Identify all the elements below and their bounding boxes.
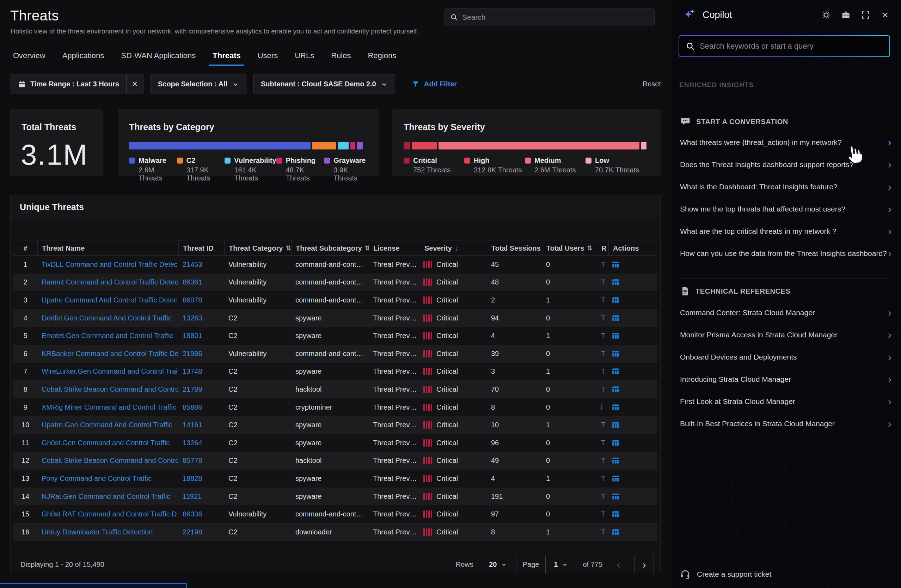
reference-item[interactable]: Built-In Best Practices in Strata Cloud … <box>680 412 892 435</box>
conversation-item[interactable]: What are the top critical threats in my … <box>680 220 892 242</box>
r-link[interactable]: i <box>601 403 602 411</box>
threat-id-link[interactable]: 14161 <box>182 421 202 429</box>
table-row[interactable]: 5Emotet.Gen Command and Control Traffic1… <box>13 327 658 345</box>
tab-regions[interactable]: Regions <box>359 45 405 66</box>
threat-name-link[interactable]: Cobalt Strike Beacon Command and Contro <box>42 385 178 393</box>
r-link[interactable]: T <box>601 385 605 393</box>
threat-name-link[interactable]: WireLurker.Gen Command and Control Trai <box>42 367 178 375</box>
r-link[interactable]: T <box>601 439 605 447</box>
gear-icon[interactable] <box>821 9 831 20</box>
previous-page-button[interactable]: ‹ <box>609 555 628 574</box>
table-row[interactable]: 1TixDLL Command and Control Traffic Dete… <box>13 256 658 273</box>
table-grid-icon[interactable] <box>611 474 620 483</box>
table-grid-icon[interactable] <box>611 260 620 269</box>
threat-name-link[interactable]: XMRig Miner Command and Control Traffic <box>42 403 176 411</box>
table-grid-icon[interactable] <box>611 456 620 465</box>
r-link[interactable]: T <box>601 260 605 268</box>
threat-id-link[interactable]: 18801 <box>182 332 202 340</box>
reference-item[interactable]: Onboard Devices and Deployments› <box>680 346 892 368</box>
table-row[interactable]: 7WireLurker.Gen Command and Control Trai… <box>13 363 658 381</box>
threat-id-link[interactable]: 22198 <box>182 528 202 536</box>
column-header-threat-category[interactable]: Threat Category⇅ <box>224 240 291 256</box>
r-link[interactable]: T <box>601 474 605 482</box>
r-link[interactable]: T <box>601 528 605 536</box>
column-header-total-users[interactable]: Total Users⇅ <box>542 240 597 256</box>
table-grid-icon[interactable] <box>611 349 620 358</box>
r-link[interactable]: T <box>601 421 605 429</box>
table-grid-icon[interactable] <box>611 421 620 429</box>
table-grid-icon[interactable] <box>611 438 620 448</box>
threat-id-link[interactable]: 11921 <box>182 493 202 500</box>
tab-sd-wan-applications[interactable]: SD-WAN Applications <box>112 45 204 66</box>
threat-id-link[interactable]: 86078 <box>182 296 202 304</box>
r-link[interactable]: T <box>601 457 605 464</box>
table-row[interactable]: 11Gh0st.Gen Command and Control Traffic1… <box>13 434 658 452</box>
table-grid-icon[interactable] <box>611 367 620 376</box>
tab-users[interactable]: Users <box>249 45 286 66</box>
table-grid-icon[interactable] <box>611 492 620 501</box>
threat-name-link[interactable]: Pony Command and Control Traffic <box>42 474 151 482</box>
tab-rules[interactable]: Rules <box>323 45 359 66</box>
table-grid-icon[interactable] <box>611 278 620 287</box>
table-row[interactable]: 10Upatre.Gen Command And Control Traffic… <box>13 416 658 434</box>
table-row[interactable]: 12Cobalt Strike Beacon Command and Contr… <box>13 452 658 470</box>
table-grid-icon[interactable] <box>611 528 620 537</box>
r-link[interactable]: T <box>601 278 605 286</box>
table-grid-icon[interactable] <box>611 331 620 340</box>
threat-id-link[interactable]: 21453 <box>182 260 202 268</box>
search-input[interactable] <box>462 13 648 22</box>
r-link[interactable]: T <box>601 510 605 518</box>
threat-name-link[interactable]: Dorifel.Gen Command And Control Traffic <box>42 314 171 322</box>
table-row[interactable]: 9XMRig Miner Command and Control Traffic… <box>13 398 658 416</box>
threat-id-link[interactable]: 21986 <box>182 350 202 357</box>
copilot-search[interactable] <box>678 35 890 57</box>
table-grid-icon[interactable] <box>611 314 620 323</box>
r-link[interactable]: T <box>601 332 605 340</box>
tab-applications[interactable]: Applications <box>54 45 113 66</box>
table-row[interactable]: 16Unruy Downloader Traffic Detection2219… <box>13 523 658 541</box>
threat-id-link[interactable]: 13263 <box>182 314 202 322</box>
filter-chip-scope[interactable]: Scope Selection : All <box>151 74 246 94</box>
column-header-severity[interactable]: Severity↓ <box>420 240 487 256</box>
tab-urls[interactable]: URLs <box>286 45 323 66</box>
close-icon[interactable]: × <box>880 9 890 20</box>
threat-name-link[interactable]: Unruy Downloader Traffic Detection <box>42 528 153 536</box>
reference-item[interactable]: Command Center: Strata Cloud Manager› <box>680 301 892 324</box>
table-row[interactable]: 8Cobalt Strike Beacon Command and Contro… <box>13 381 658 398</box>
threat-name-link[interactable]: Upatre.Gen Command And Control Traffic <box>42 421 172 429</box>
briefcase-icon[interactable] <box>840 9 851 20</box>
tab-overview[interactable]: Overview <box>5 45 54 66</box>
threat-name-link[interactable]: KRBanker Command and Control Traffic De <box>42 350 178 357</box>
minimized-bottom-bar[interactable] <box>0 583 187 588</box>
table-grid-icon[interactable] <box>611 403 620 412</box>
create-support-ticket[interactable]: Create a support ticket <box>680 569 892 580</box>
conversation-item[interactable]: Does the Threat Insights dashboard suppo… <box>680 153 892 176</box>
r-link[interactable]: T <box>601 296 605 304</box>
table-row[interactable]: 13Pony Command and Control Traffic18828C… <box>13 469 658 488</box>
threat-id-link[interactable]: 85778 <box>182 457 202 464</box>
close-icon[interactable]: × <box>126 74 143 94</box>
threat-id-link[interactable]: 86336 <box>182 510 202 518</box>
threat-name-link[interactable]: Upatre Command And Control Traffic Detec <box>42 296 177 304</box>
conversation-item[interactable]: Show me the top threats that affected mo… <box>680 198 892 220</box>
threat-name-link[interactable]: Ramnit Command and Control Traffic Detec <box>42 278 178 286</box>
next-page-button[interactable]: › <box>634 555 654 574</box>
filter-chip-subtenant[interactable]: Subtenant : Cloud SASE Demo 2.0 <box>253 74 395 94</box>
conversation-item[interactable]: What threats were {threat_action} in my … <box>680 131 892 153</box>
conversation-item[interactable]: What is the Dashboard: Threat Insights f… <box>680 176 892 198</box>
r-link[interactable]: T <box>601 493 605 500</box>
threat-id-link[interactable]: 18828 <box>182 474 202 482</box>
table-row[interactable]: 3Upatre Command And Control Traffic Dete… <box>13 291 658 309</box>
threat-name-link[interactable]: NJRat.Gen Command and Control Traffic <box>42 493 170 500</box>
filter-chip-time-range[interactable]: Time Range : Last 3 Hours × <box>11 74 143 94</box>
table-grid-icon[interactable] <box>611 296 620 304</box>
expand-icon[interactable] <box>860 9 871 20</box>
table-row[interactable]: 6KRBanker Command and Control Traffic De… <box>13 345 658 363</box>
threat-name-link[interactable]: Gh0st.Gen Command and Control Traffic <box>42 439 170 447</box>
threat-name-link[interactable]: Gh0st RAT Command and Control Traffic D <box>42 510 177 518</box>
r-link[interactable]: T <box>601 367 605 375</box>
threat-id-link[interactable]: 13748 <box>182 367 202 375</box>
table-row[interactable]: 4Dorifel.Gen Command And Control Traffic… <box>13 309 658 327</box>
threat-name-link[interactable]: Cobalt Strike Beacon Command and Contro <box>42 457 178 464</box>
reference-item[interactable]: Introducing Strata Cloud Manager› <box>680 368 892 390</box>
